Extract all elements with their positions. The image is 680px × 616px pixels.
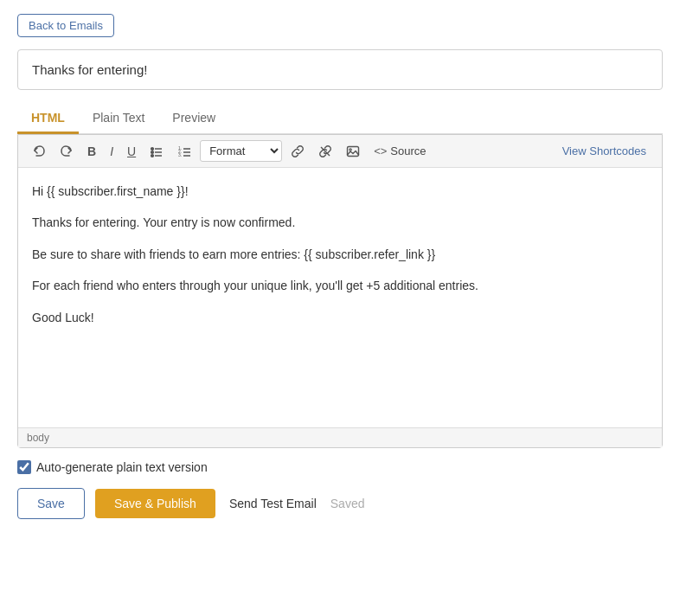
editor-line-4: For each friend who enters through your … bbox=[32, 276, 648, 295]
editor-toolbar: B I U bbox=[18, 135, 662, 168]
ordered-list-button[interactable]: 1. 2. 3. bbox=[172, 141, 196, 162]
bold-icon: B bbox=[87, 144, 96, 158]
view-shortcodes-button[interactable]: View Shortcodes bbox=[555, 141, 653, 161]
italic-icon: I bbox=[110, 144, 113, 158]
editor-line-2: Thanks for entering. Your entry is now c… bbox=[32, 213, 648, 232]
redo-button[interactable] bbox=[55, 141, 79, 162]
unordered-list-icon bbox=[150, 144, 164, 158]
redo-icon bbox=[60, 144, 74, 158]
auto-generate-checkbox[interactable] bbox=[17, 460, 31, 474]
svg-point-1 bbox=[151, 151, 153, 152]
svg-point-2 bbox=[151, 154, 153, 156]
link-icon bbox=[291, 144, 305, 158]
auto-generate-label[interactable]: Auto-generate plain text version bbox=[17, 460, 208, 474]
editor-tabs: HTML Plain Text Preview bbox=[17, 104, 663, 134]
italic-button[interactable]: I bbox=[105, 141, 119, 162]
back-to-emails-button[interactable]: Back to Emails bbox=[17, 14, 114, 37]
bold-button[interactable]: B bbox=[82, 141, 101, 162]
email-subject-display: Thanks for entering! bbox=[17, 49, 663, 90]
undo-icon bbox=[32, 144, 46, 158]
tab-preview[interactable]: Preview bbox=[158, 104, 229, 134]
image-icon bbox=[346, 144, 360, 158]
svg-point-0 bbox=[151, 147, 153, 149]
link-button[interactable] bbox=[285, 141, 310, 162]
svg-line-12 bbox=[321, 147, 330, 156]
unlink-button[interactable] bbox=[313, 141, 337, 162]
source-label: Source bbox=[390, 144, 426, 157]
format-select[interactable]: Format Paragraph Heading 1 Heading 2 Hea… bbox=[200, 140, 282, 162]
options-row: Auto-generate plain text version bbox=[17, 448, 663, 488]
save-publish-button[interactable]: Save & Publish bbox=[95, 489, 215, 518]
ordered-list-icon: 1. 2. 3. bbox=[177, 144, 191, 158]
footer-actions: Save Save & Publish Send Test Email Save… bbox=[17, 488, 663, 519]
source-button[interactable]: <> Source bbox=[369, 141, 431, 161]
underline-icon: U bbox=[127, 144, 136, 158]
editor-line-1: Hi {{ subscriber.first_name }}! bbox=[32, 182, 648, 201]
undo-button[interactable] bbox=[27, 141, 51, 162]
image-button[interactable] bbox=[341, 141, 365, 162]
editor-container: B I U bbox=[17, 134, 663, 448]
tab-html[interactable]: HTML bbox=[17, 104, 79, 134]
saved-status: Saved bbox=[330, 497, 365, 510]
editor-status-bar: body bbox=[18, 427, 662, 447]
unlink-icon bbox=[318, 144, 332, 158]
editor-line-5: Good Luck! bbox=[32, 308, 648, 327]
auto-generate-text: Auto-generate plain text version bbox=[36, 460, 208, 474]
source-code-icon: <> bbox=[374, 144, 387, 157]
editor-body[interactable]: Hi {{ subscriber.first_name }}! Thanks f… bbox=[18, 168, 662, 427]
underline-button[interactable]: U bbox=[122, 141, 141, 162]
send-test-email-button[interactable]: Send Test Email bbox=[226, 489, 320, 518]
tab-plain-text[interactable]: Plain Text bbox=[79, 104, 158, 134]
svg-text:3.: 3. bbox=[178, 152, 182, 157]
unordered-list-button[interactable] bbox=[144, 141, 169, 162]
editor-line-3: Be sure to share with friends to earn mo… bbox=[32, 245, 648, 264]
save-button[interactable]: Save bbox=[17, 488, 85, 519]
svg-point-14 bbox=[350, 148, 351, 150]
svg-rect-13 bbox=[348, 146, 359, 156]
